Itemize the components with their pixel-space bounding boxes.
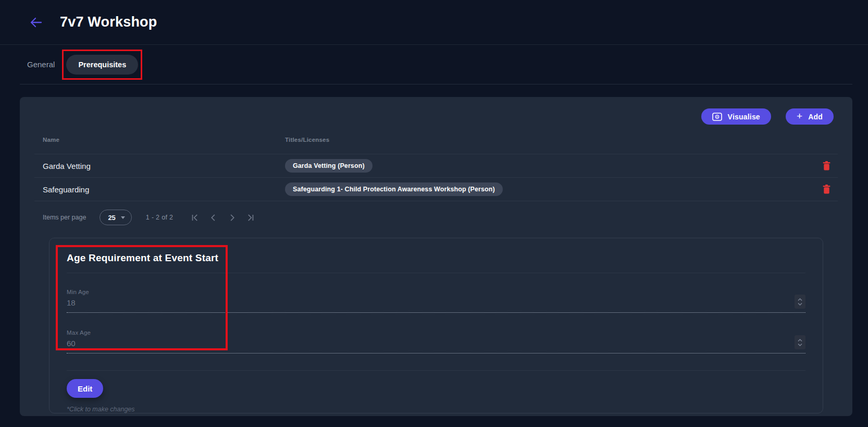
max-age-input[interactable]: [67, 336, 805, 353]
last-page-button[interactable]: [244, 211, 257, 224]
trash-icon: [823, 185, 830, 194]
toolbar: Visualise + Add: [20, 97, 852, 125]
number-stepper-icon[interactable]: [795, 335, 805, 349]
page: 7v7 Workshop General Prerequisites Visua…: [0, 0, 868, 427]
add-label: Add: [808, 113, 823, 121]
add-button[interactable]: + Add: [786, 108, 834, 125]
tab-prerequisites-wrap: Prerequisites: [66, 55, 138, 75]
prerequisites-table: Name Titles/Licenses Garda Vetting Garda…: [34, 126, 838, 413]
prerequisites-card: Visualise + Add Name Titles/Licenses Gar…: [20, 97, 852, 416]
tab-general[interactable]: General: [27, 60, 55, 69]
edit-button[interactable]: Edit: [67, 379, 103, 398]
number-stepper-icon[interactable]: [795, 295, 805, 309]
app-header: 7v7 Workshop: [0, 0, 868, 45]
age-requirement-section: Age Requirement at Event Start Min Age M…: [49, 238, 823, 413]
column-header-name: Name: [43, 137, 285, 143]
max-age-field: Max Age: [67, 330, 805, 353]
plus-icon: +: [797, 111, 802, 121]
caret-down-icon: [121, 216, 125, 219]
min-age-label: Min Age: [67, 289, 805, 295]
tab-prerequisites[interactable]: Prerequisites: [66, 55, 138, 75]
items-per-page-label: Items per page: [43, 214, 86, 221]
edit-hint-text: *Click to make changes: [67, 406, 805, 413]
row-name: Garda Vetting: [43, 162, 285, 170]
row-titles-cell: Garda Vetting (Person): [285, 159, 815, 173]
visualise-button[interactable]: Visualise: [701, 108, 771, 125]
table-row: Safeguarding Safeguarding 1- Child Prote…: [34, 178, 838, 201]
page-size-value: 25: [108, 214, 115, 222]
max-age-label: Max Age: [67, 330, 805, 336]
min-age-input[interactable]: [67, 295, 805, 313]
visualise-label: Visualise: [728, 113, 760, 121]
next-page-button[interactable]: [225, 211, 239, 224]
section-divider: [67, 273, 805, 273]
page-navigation: [188, 211, 257, 224]
min-age-field: Min Age: [67, 289, 805, 313]
previous-page-button[interactable]: [206, 211, 220, 224]
first-page-button[interactable]: [188, 211, 201, 224]
license-chip: Safeguarding 1- Child Protection Awarene…: [285, 182, 503, 196]
table-row: Garda Vetting Garda Vetting (Person): [34, 154, 838, 177]
page-range-label: 1 - 2 of 2: [146, 214, 173, 221]
visualise-eye-icon: [712, 113, 722, 121]
delete-row-button[interactable]: [815, 185, 838, 194]
table-header-row: Name Titles/Licenses: [34, 126, 838, 154]
row-name: Safeguarding: [43, 185, 285, 194]
trash-icon: [823, 161, 830, 170]
delete-row-button[interactable]: [815, 161, 838, 170]
section-divider: [67, 370, 805, 371]
tabbar-divider: [20, 84, 852, 84]
row-titles-cell: Safeguarding 1- Child Protection Awarene…: [285, 182, 815, 196]
age-section-title: Age Requirement at Event Start: [67, 238, 805, 273]
back-arrow-icon[interactable]: [30, 17, 43, 28]
page-size-select[interactable]: 25: [100, 210, 131, 225]
tabbar: General Prerequisites: [0, 45, 868, 84]
license-chip: Garda Vetting (Person): [285, 159, 373, 173]
column-header-titles-licenses: Titles/Licenses: [285, 137, 815, 143]
page-title: 7v7 Workshop: [60, 14, 157, 30]
paginator: Items per page 25 1 - 2 of 2: [34, 201, 838, 234]
